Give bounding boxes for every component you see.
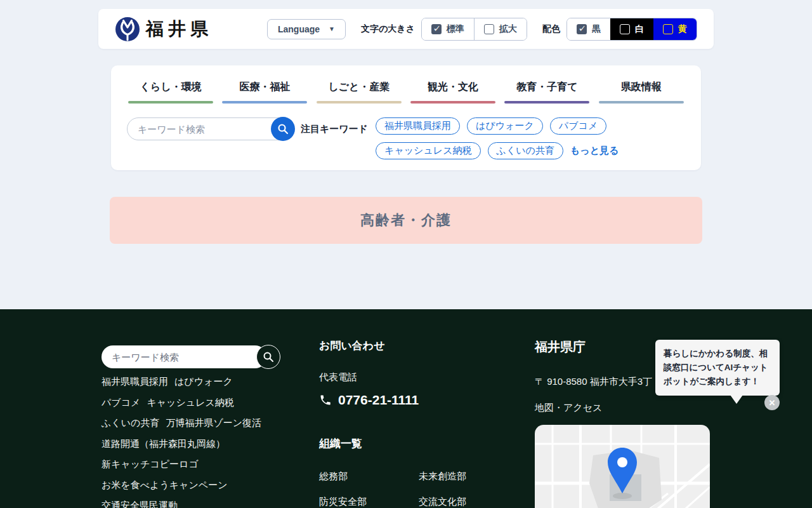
keyword-pills: 福井県職員採用 はぴウォーク パブコメ キャッシュレス納税 ふくいの共育 もっと… [376, 117, 629, 159]
keyword-pill[interactable]: パブコメ [550, 117, 606, 135]
category-banner[interactable]: 高齢者・介護 [110, 197, 702, 244]
close-icon: ✕ [769, 398, 776, 408]
chatbot-tooltip: 暮らしにかかわる制度、相談窓口についてAIチャットボットがご案内します！ [655, 340, 780, 396]
header-controls: Language ▼ 文字の大きさ ✓ 標準 拡大 配色 ✓ 黒 白 [267, 18, 697, 41]
quick-link-row: 道路開通（福井森田丸岡線） [102, 438, 304, 450]
org-link[interactable]: 交流文化部 [419, 496, 518, 508]
keyword-pill[interactable]: ふくいの共育 [488, 142, 563, 159]
language-select[interactable]: Language ▼ [267, 19, 346, 39]
featured-keywords-label: 注目キーワード [301, 123, 368, 135]
footer-link[interactable]: 万博福井県ゾーン復活 [166, 417, 261, 428]
footer-quick-links: 福井県職員採用はぴウォーク パブコメキャッシュレス納税 ふくいの共育万博福井県ゾ… [102, 376, 304, 508]
phone-link[interactable]: 0776-21-1111 [319, 392, 528, 408]
checkbox-checked-icon: ✓ [577, 24, 587, 34]
search-icon [263, 351, 274, 363]
footer-search-button[interactable] [256, 345, 280, 369]
search-button[interactable] [271, 117, 295, 141]
footer-link[interactable]: 道路開通（福井森田丸岡線） [102, 438, 225, 449]
text-size-large-button[interactable]: 拡大 [474, 18, 527, 40]
tooltip-tail [730, 395, 743, 404]
tab-iryo-fukushi[interactable]: 医療・福祉 [218, 65, 311, 104]
category-tabs: くらし・環境 医療・福祉 しごと・産業 観光・文化 教育・子育て 県政情報 [111, 65, 701, 104]
quick-link-row: ふくいの共育万博福井県ゾーン復活 [102, 417, 304, 429]
color-scheme-label: 配色 [542, 23, 560, 35]
footer-link[interactable]: 福井県職員採用 [102, 376, 168, 387]
footer-link[interactable]: はぴウォーク [174, 376, 233, 387]
text-size-standard-button[interactable]: ✓ 標準 [422, 18, 474, 40]
quick-link-row: お米を食べようキャンペーン [102, 479, 304, 491]
text-size-toggle: ✓ 標準 拡大 [421, 18, 527, 41]
keyword-search [127, 117, 294, 140]
site-logo[interactable]: 福井県 [115, 17, 213, 42]
scheme-yellow-button[interactable]: 黄 [653, 18, 697, 40]
text-size-label: 文字の大きさ [361, 23, 415, 35]
footer-link[interactable]: 交通安全県民運動 [102, 500, 178, 508]
checkbox-unchecked-icon [484, 24, 494, 34]
tab-shigoto-sangyo[interactable]: しごと・産業 [312, 65, 406, 104]
tab-underline [504, 101, 589, 104]
footer-search-input[interactable] [102, 345, 266, 368]
org-links: 総務部 防災安全部 エネルギー環境 未来創造部 交流文化部 健康福祉部 [319, 471, 528, 508]
tab-kurashi-kankyo[interactable]: くらし・環境 [124, 65, 218, 104]
org-link[interactable]: 未来創造部 [419, 471, 518, 483]
main-navigation-card: くらし・環境 医療・福祉 しごと・産業 観光・文化 教育・子育て 県政情報 [111, 65, 701, 170]
tooltip-close-button[interactable]: ✕ [764, 395, 780, 410]
tab-underline [317, 101, 402, 104]
search-row: 注目キーワード 福井県職員採用 はぴウォーク パブコメ キャッシュレス納税 ふく… [111, 104, 701, 159]
office-map[interactable] [535, 425, 710, 508]
site-title: 福井県 [146, 17, 213, 41]
checkbox-unchecked-icon [663, 24, 673, 34]
keyword-pill[interactable]: キャッシュレス納税 [376, 142, 480, 159]
tab-underline [128, 101, 213, 104]
search-input[interactable] [127, 117, 294, 140]
scheme-white-button[interactable]: 白 [610, 18, 653, 40]
footer-link[interactable]: 新キャッチコピーロゴ [102, 458, 199, 469]
tab-underline [599, 101, 684, 104]
tab-kyoiku-kosodate[interactable]: 教育・子育て [500, 65, 594, 104]
footer-link[interactable]: キャッシュレス納税 [147, 397, 233, 408]
tab-underline [222, 101, 307, 104]
quick-link-row: 福井県職員採用はぴウォーク [102, 376, 304, 388]
footer-links-column: 福井県職員採用はぴウォーク パブコメキャッシュレス納税 ふくいの共育万博福井県ゾ… [102, 345, 304, 508]
footer-contact-column: お問い合わせ 代表電話 0776-21-1111 組織一覧 総務部 防災安全部 … [319, 338, 528, 508]
keyword-pill[interactable]: はぴウォーク [467, 117, 543, 135]
footer-link[interactable]: パブコメ [102, 397, 140, 408]
more-keywords-link[interactable]: もっと見る [570, 145, 619, 157]
site-header: 福井県 Language ▼ 文字の大きさ ✓ 標準 拡大 配色 ✓ 黒 [98, 9, 714, 49]
footer-keyword-search [102, 345, 266, 368]
checkbox-checked-icon: ✓ [431, 24, 442, 34]
fukui-emblem-icon [115, 17, 140, 42]
scheme-black-button[interactable]: ✓ 黒 [567, 18, 610, 40]
chevron-down-icon: ▼ [329, 25, 335, 32]
footer-link[interactable]: お米を食べようキャンペーン [102, 479, 228, 490]
quick-link-row: 新キャッチコピーロゴ [102, 458, 304, 471]
map-access-link[interactable]: 地図・アクセス [535, 402, 719, 414]
site-footer: 福井県職員採用はぴウォーク パブコメキャッシュレス納税 ふくいの共育万博福井県ゾ… [0, 309, 812, 508]
phone-icon [319, 394, 332, 406]
org-link[interactable]: 防災安全部 [319, 496, 419, 508]
footer-link[interactable]: ふくいの共育 [102, 417, 159, 428]
phone-label: 代表電話 [319, 371, 528, 384]
tab-underline [410, 101, 495, 104]
contact-heading: お問い合わせ [319, 338, 528, 353]
keyword-pill[interactable]: 福井県職員採用 [376, 117, 460, 135]
quick-link-row: 交通安全県民運動 [102, 500, 304, 508]
color-scheme-toggle: ✓ 黒 白 黄 [566, 18, 697, 41]
quick-link-row: パブコメキャッシュレス納税 [102, 397, 304, 409]
checkbox-unchecked-icon [620, 24, 630, 34]
chatbot-tooltip-text: 暮らしにかかわる制度、相談窓口についてAIチャットボットがご案内します！ [664, 347, 771, 389]
org-link[interactable]: 総務部 [319, 471, 419, 483]
search-icon [277, 123, 289, 135]
phone-number: 0776-21-1111 [338, 392, 419, 408]
tab-kensei-joho[interactable]: 県政情報 [594, 65, 688, 104]
tab-kanko-bunka[interactable]: 観光・文化 [406, 65, 500, 104]
orgs-heading: 組織一覧 [319, 436, 528, 451]
banner-title: 高齢者・介護 [360, 211, 452, 230]
